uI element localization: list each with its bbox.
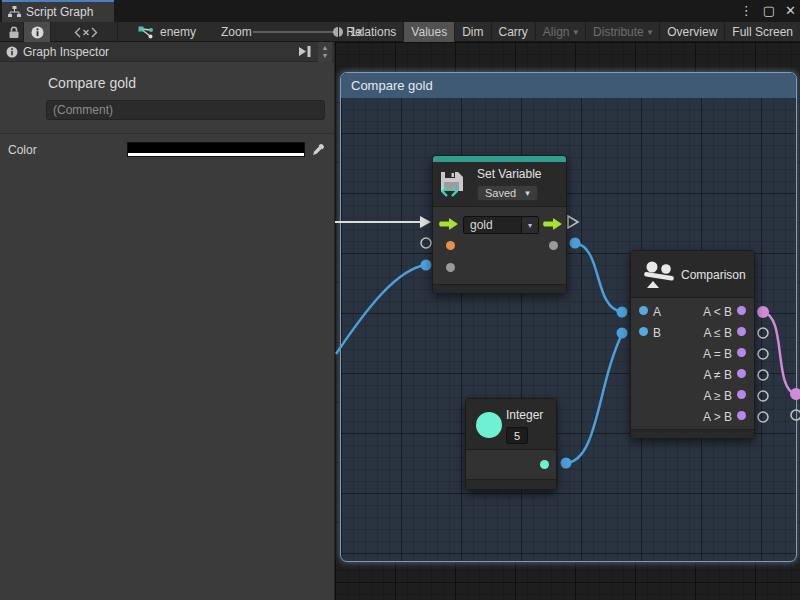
window-menu-icon[interactable]: ⋮ — [740, 0, 753, 22]
output-label: A ≥ B — [703, 389, 732, 403]
node-footer — [433, 284, 566, 293]
graph-toolbar: enemy Zoom 1x Relations Values Dim Carry… — [0, 22, 800, 42]
integer-output-port[interactable] — [540, 460, 549, 469]
window-controls: ⋮ ▢ ✕ — [740, 0, 796, 22]
panel-scroll-spinner[interactable]: ▲ ▼ — [318, 42, 332, 62]
graph-inspector-panel: Graph Inspector ▲ ▼ Compare gold Color — [0, 42, 335, 600]
values-button[interactable]: Values — [403, 22, 454, 42]
tab-script-graph[interactable]: Script Graph — [2, 0, 114, 22]
node-title: Comparison — [681, 268, 746, 282]
info-icon — [6, 46, 18, 58]
node-title: Integer — [506, 408, 543, 422]
lock-icon — [8, 26, 20, 39]
node-comparison[interactable]: Comparison A A < B B A ≤ B A = B — [630, 250, 755, 438]
node-integer[interactable]: Integer 5 — [465, 398, 557, 490]
output-greater-port[interactable] — [737, 411, 746, 420]
node-header[interactable]: Set Variable Saved ▾ — [433, 162, 566, 206]
color-alpha-bar — [128, 153, 304, 156]
zoom-label: Zoom — [221, 22, 252, 42]
toolbar-view-buttons: Relations Values Dim Carry Align▾ Distri… — [338, 22, 800, 42]
align-button[interactable]: Align▾ — [535, 22, 585, 42]
fullscreen-button[interactable]: Full Screen — [724, 22, 800, 42]
variable-input-port[interactable] — [446, 263, 455, 272]
graph-canvas[interactable]: Compare gold — [335, 42, 800, 600]
graph-reference[interactable]: enemy — [138, 22, 196, 42]
scroll-down-icon[interactable]: ▼ — [322, 52, 329, 60]
input-b-port[interactable] — [639, 327, 648, 336]
output-notequal-port[interactable] — [737, 369, 746, 378]
comparison-row: A A < B — [631, 302, 754, 323]
input-a-label: A — [653, 305, 661, 319]
integer-value-input[interactable]: 5 — [506, 427, 528, 444]
toolbar-separator — [117, 22, 118, 42]
node-footer — [631, 429, 754, 438]
output-label: A < B — [703, 305, 732, 319]
node-header[interactable]: Integer 5 — [466, 399, 556, 449]
dim-button[interactable]: Dim — [454, 22, 490, 42]
close-icon[interactable]: ✕ — [785, 0, 796, 22]
color-swatch[interactable] — [127, 142, 305, 157]
output-greaterequal-port[interactable] — [737, 390, 746, 399]
inspector-title: Graph Inspector — [23, 45, 109, 59]
comment-input[interactable] — [46, 100, 325, 120]
scroll-up-icon[interactable]: ▲ — [322, 44, 329, 52]
node-header[interactable]: Comparison — [631, 251, 754, 297]
inspector-toggle-button[interactable] — [23, 22, 51, 42]
zoom-slider-track[interactable] — [253, 31, 339, 33]
group-header[interactable]: Compare gold — [341, 73, 796, 98]
output-less-port[interactable] — [737, 306, 746, 315]
input-a-port[interactable] — [639, 306, 648, 315]
eyedropper-icon — [312, 143, 325, 156]
inspector-divider — [0, 133, 334, 134]
overview-button[interactable]: Overview — [659, 22, 724, 42]
chevron-down-icon: ▾ — [574, 27, 579, 37]
tab-bar: Script Graph ⋮ ▢ ✕ — [0, 0, 800, 22]
variable-name-port[interactable] — [446, 241, 455, 250]
graph-ref-label: enemy — [160, 25, 196, 39]
node-title: Set Variable — [477, 167, 541, 181]
variable-scope-dropdown[interactable]: Saved ▾ — [477, 185, 538, 201]
input-b-label: B — [653, 326, 661, 340]
eyedropper-button[interactable] — [309, 141, 327, 158]
maximize-icon[interactable]: ▢ — [763, 0, 775, 22]
variable-value-output-port[interactable] — [549, 241, 558, 250]
comparison-scale-icon — [643, 258, 675, 290]
comparison-row: A ≥ B — [631, 386, 754, 407]
output-label: A ≤ B — [703, 326, 732, 340]
comparison-row: A > B — [631, 407, 754, 428]
scope-label: Saved — [485, 187, 516, 199]
relations-button[interactable]: Relations — [338, 22, 403, 42]
node-body: A A < B B A ≤ B A = B A ≠ B — [631, 297, 754, 429]
output-label: A > B — [703, 410, 732, 424]
group-title: Compare gold — [351, 78, 433, 93]
output-equal-port[interactable] — [737, 348, 746, 357]
flow-output-port[interactable] — [543, 218, 562, 230]
integer-icon — [476, 412, 502, 438]
output-lessequal-port[interactable] — [737, 327, 746, 336]
chevron-down-icon: ▾ — [521, 217, 538, 233]
comparison-row: A ≠ B — [631, 365, 754, 386]
output-label: A ≠ B — [703, 368, 732, 382]
color-field-row: Color — [0, 138, 334, 164]
graph-inspector-header: Graph Inspector ▲ ▼ — [0, 42, 334, 62]
code-view-button[interactable] — [68, 22, 104, 42]
info-icon — [31, 26, 44, 39]
node-set-variable[interactable]: Set Variable Saved ▾ gold ▾ — [432, 155, 567, 293]
code-icon — [74, 27, 98, 38]
dock-panel-icon[interactable] — [298, 45, 312, 58]
variable-name-dropdown[interactable]: gold ▾ — [463, 216, 539, 234]
node-body — [466, 449, 556, 479]
chevron-down-icon: ▾ — [525, 188, 530, 198]
graph-tab-icon — [8, 6, 21, 18]
node-body: gold ▾ — [433, 206, 566, 284]
comparison-row: B A ≤ B — [631, 323, 754, 344]
script-graph-window: Script Graph ⋮ ▢ ✕ — [0, 0, 800, 600]
distribute-button[interactable]: Distribute▾ — [585, 22, 659, 42]
graph-ref-icon — [138, 26, 154, 39]
chevron-down-icon: ▾ — [648, 27, 653, 37]
zoom-slider[interactable] — [253, 22, 339, 42]
output-label: A = B — [703, 347, 732, 361]
carry-button[interactable]: Carry — [491, 22, 535, 42]
flow-input-port[interactable] — [439, 218, 458, 230]
variable-name: gold — [464, 217, 521, 233]
